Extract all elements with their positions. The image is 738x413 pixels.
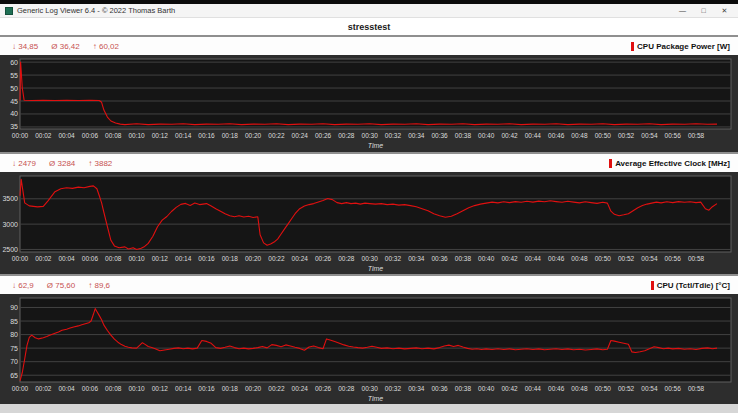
legend-label: CPU (Tctl/Tdie) [°C] xyxy=(657,281,730,290)
x-tick-label: 00:18 xyxy=(222,385,239,392)
x-tick-label: 00:26 xyxy=(315,385,332,392)
chart-plot-cpu-tctl-tdie: 90858075706500:0000:0200:0400:0600:0800:… xyxy=(0,294,738,404)
legend-color-swatch xyxy=(651,281,654,290)
chart-box-cpu-package-power: 60555045403500:0000:0200:0400:0600:0800:… xyxy=(0,55,738,152)
x-tick-label: 00:16 xyxy=(198,132,215,139)
x-tick-label: 00:06 xyxy=(82,255,99,262)
y-tick-label: 35 xyxy=(10,123,18,130)
x-tick-label: 00:32 xyxy=(385,385,402,392)
time-axis-label: Time xyxy=(368,142,384,149)
x-tick-label: 00:44 xyxy=(525,255,542,262)
x-tick-label: 00:58 xyxy=(688,132,705,139)
x-tick-label: 00:56 xyxy=(665,132,682,139)
x-tick-label: 00:28 xyxy=(338,385,355,392)
log-file-title: stresstest xyxy=(0,18,738,35)
x-tick-label: 00:30 xyxy=(362,132,379,139)
x-tick-label: 00:48 xyxy=(571,385,588,392)
x-tick-label: 00:56 xyxy=(665,255,682,262)
x-tick-label: 00:32 xyxy=(385,132,402,139)
chart-section-cpu-temperature: ↓ 62,9 Ø 75,60 ↑ 89,6 CPU (Tctl/Tdie) [°… xyxy=(0,276,738,404)
window-bottom-strip xyxy=(0,404,738,413)
x-tick-label: 00:08 xyxy=(105,255,122,262)
x-tick-label: 00:40 xyxy=(478,132,495,139)
x-tick-label: 00:34 xyxy=(408,385,425,392)
x-tick-label: 00:22 xyxy=(268,132,285,139)
plot-area xyxy=(20,298,731,382)
stat-min: ↓ 62,9 xyxy=(12,281,34,290)
x-tick-label: 00:18 xyxy=(222,132,239,139)
x-tick-label: 00:22 xyxy=(268,255,285,262)
app-icon xyxy=(5,7,13,15)
window-titlebar[interactable]: Generic Log Viewer 6.4 - © 2022 Thomas B… xyxy=(0,4,738,18)
stats-row: ↓ 62,9 Ø 75,60 ↑ 89,6 CPU (Tctl/Tdie) [°… xyxy=(0,276,738,294)
x-tick-label: 00:10 xyxy=(128,255,145,262)
stat-avg: Ø 3284 xyxy=(49,159,75,168)
x-tick-label: 00:14 xyxy=(175,385,192,392)
chart-box-cpu-temperature: 90858075706500:0000:0200:0400:0600:0800:… xyxy=(0,294,738,404)
y-tick-label: 45 xyxy=(10,98,18,105)
x-tick-label: 00:04 xyxy=(58,132,75,139)
x-tick-label: 00:30 xyxy=(362,385,379,392)
x-tick-label: 00:34 xyxy=(408,132,425,139)
time-axis-label: Time xyxy=(368,265,384,272)
x-tick-label: 00:58 xyxy=(688,385,705,392)
x-tick-label: 00:36 xyxy=(431,132,448,139)
x-tick-label: 00:52 xyxy=(618,132,635,139)
stat-max: ↑ 89,6 xyxy=(88,281,110,290)
x-tick-label: 00:08 xyxy=(105,385,122,392)
legend-color-swatch xyxy=(609,159,612,168)
y-tick-label: 40 xyxy=(10,110,18,117)
x-tick-label: 00:52 xyxy=(618,255,635,262)
stat-avg: Ø 36,42 xyxy=(51,42,79,51)
maximize-button[interactable]: □ xyxy=(695,7,712,14)
legend-color-swatch xyxy=(631,42,634,51)
x-tick-label: 00:08 xyxy=(105,132,122,139)
x-tick-label: 00:42 xyxy=(501,385,518,392)
chart-section-average-effective-clock: ↓ 2479 Ø 3284 ↑ 3882 Average Effective C… xyxy=(0,154,738,274)
y-tick-label: 55 xyxy=(10,72,18,79)
log-file-title-text: stresstest xyxy=(348,22,391,32)
y-tick-label: 90 xyxy=(10,304,18,311)
y-tick-label: 85 xyxy=(10,318,18,325)
close-button[interactable]: ✕ xyxy=(716,7,733,15)
minimize-button[interactable]: — xyxy=(674,7,691,14)
legend-label: CPU Package Power [W] xyxy=(637,42,730,51)
x-tick-label: 00:34 xyxy=(408,255,425,262)
legend-label: Average Effective Clock [MHz] xyxy=(615,159,730,168)
x-tick-label: 00:38 xyxy=(455,255,472,262)
y-tick-label: 2500 xyxy=(2,246,18,253)
stats-row: ↓ 34,85 Ø 36,42 ↑ 60,02 CPU Package Powe… xyxy=(0,37,738,55)
x-tick-label: 00:38 xyxy=(455,132,472,139)
x-tick-label: 00:44 xyxy=(525,132,542,139)
x-tick-label: 00:26 xyxy=(315,132,332,139)
x-tick-label: 00:02 xyxy=(35,255,52,262)
x-tick-label: 00:20 xyxy=(245,385,262,392)
x-tick-label: 00:00 xyxy=(12,255,29,262)
x-tick-label: 00:12 xyxy=(152,385,169,392)
x-tick-label: 00:48 xyxy=(571,132,588,139)
x-tick-label: 00:52 xyxy=(618,385,635,392)
x-tick-label: 00:54 xyxy=(641,132,658,139)
legend: CPU (Tctl/Tdie) [°C] xyxy=(651,281,730,290)
plot-area xyxy=(20,59,731,129)
chart-plot-average-effective-clock: 35003000250000:0000:0200:0400:0600:0800:… xyxy=(0,172,738,274)
x-tick-label: 00:16 xyxy=(198,385,215,392)
x-tick-label: 00:42 xyxy=(501,255,518,262)
legend: CPU Package Power [W] xyxy=(631,42,730,51)
x-tick-label: 00:12 xyxy=(152,255,169,262)
stat-min: ↓ 2479 xyxy=(12,159,36,168)
x-tick-label: 00:06 xyxy=(82,385,99,392)
x-tick-label: 00:16 xyxy=(198,255,215,262)
x-tick-label: 00:46 xyxy=(548,255,565,262)
x-tick-label: 00:50 xyxy=(595,132,612,139)
y-tick-label: 80 xyxy=(10,331,18,338)
time-axis-label: Time xyxy=(368,395,384,402)
stat-max: ↑ 60,02 xyxy=(93,42,119,51)
x-tick-label: 00:20 xyxy=(245,255,262,262)
x-tick-label: 00:04 xyxy=(58,255,75,262)
x-tick-label: 00:24 xyxy=(292,385,309,392)
chart-section-cpu-package-power: ↓ 34,85 Ø 36,42 ↑ 60,02 CPU Package Powe… xyxy=(0,37,738,152)
x-tick-label: 00:42 xyxy=(501,132,518,139)
stat-max: ↑ 3882 xyxy=(88,159,112,168)
y-tick-label: 60 xyxy=(10,59,18,66)
